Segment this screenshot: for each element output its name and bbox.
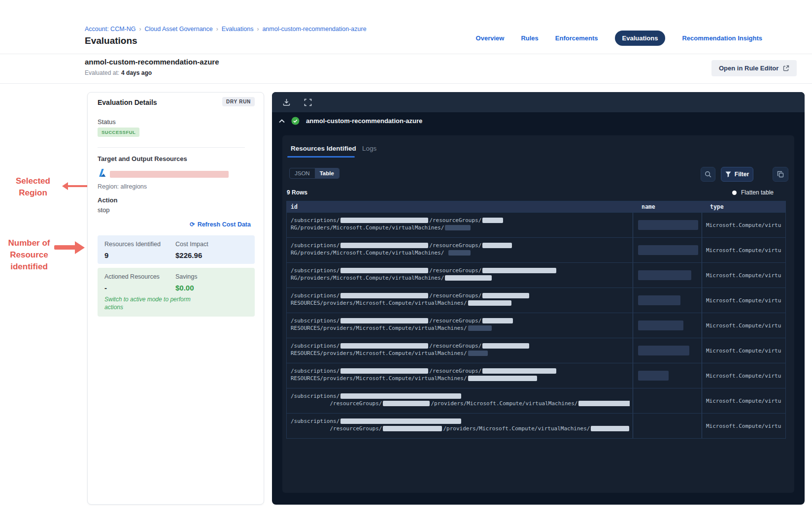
results-panel: anmol-custom-recommendation-azure Resour…: [272, 92, 805, 505]
chevron-up-icon[interactable]: [279, 119, 285, 123]
cell-name: [633, 388, 702, 413]
id-text: RESOURCES/providers/Microsoft.Compute/vi…: [291, 300, 467, 306]
card-title: Evaluation Details: [98, 98, 157, 106]
flatten-table-label: Flatten table: [741, 189, 774, 196]
cell-id: /subscriptions//resourceGroups/RG/provid…: [287, 238, 633, 262]
refresh-cost-data-link[interactable]: ⟳ Refresh Cost Data: [190, 221, 251, 228]
table-row: /subscriptions/ /resourceGroups//provide…: [287, 388, 785, 413]
cell-type: Microsoft.Compute/virtu: [702, 363, 785, 388]
redacted-value: [482, 368, 556, 374]
download-icon[interactable]: [282, 98, 291, 106]
cell-name: [633, 338, 702, 363]
filter-label: Filter: [735, 171, 749, 178]
view-toggle-json[interactable]: JSON: [290, 168, 315, 178]
evaluation-details-card: Evaluation Details DRY RUN Status SUCCES…: [87, 92, 264, 505]
id-line: RESOURCES/providers/Microsoft.Compute/vi…: [291, 324, 630, 332]
id-text: /subscriptions/: [291, 292, 339, 299]
table-row: /subscriptions//resourceGroups/RESOURCES…: [287, 363, 785, 388]
id-line: /subscriptions/: [291, 418, 630, 425]
actioned-metrics-box: Actioned Resources - Savings $0.00 Switc…: [98, 268, 255, 317]
tab-overview[interactable]: Overview: [476, 34, 505, 42]
resources-count-arrow-shaft: [54, 245, 76, 250]
cell-id: /subscriptions//resourceGroups/RG/provid…: [287, 213, 633, 237]
id-text: /resourceGroups/: [429, 318, 481, 324]
tab-logs[interactable]: Logs: [362, 145, 376, 152]
id-text: RESOURCES/providers/Microsoft.Compute/vi…: [291, 325, 467, 331]
action-label: Action: [98, 196, 117, 204]
subheader-divider: [0, 83, 812, 84]
cell-type: Microsoft.Compute/virtu: [702, 313, 785, 338]
redacted-name: [638, 220, 698, 230]
id-text: /resourceGroups/: [429, 292, 481, 299]
tab-rules[interactable]: Rules: [521, 34, 538, 42]
redacted-value: [340, 243, 428, 248]
cell-id: /subscriptions/ /resourceGroups//provide…: [287, 414, 633, 438]
search-button[interactable]: [701, 167, 715, 182]
redacted-value: [340, 343, 428, 349]
redacted-value: [468, 376, 537, 381]
id-text: RG/providers/Microsoft.Compute/virtualMa…: [291, 275, 444, 281]
id-text: /resourceGroups/: [429, 242, 481, 249]
dry-run-badge: DRY RUN: [222, 97, 255, 106]
view-toggle: JSONTable: [289, 168, 339, 179]
subscription-redacted-bar: [110, 171, 229, 178]
viewer-toolbar: [272, 92, 805, 112]
redacted-name: [638, 270, 691, 280]
cell-type: Microsoft.Compute/virtu: [702, 213, 785, 237]
id-line: /subscriptions//resourceGroups/: [291, 367, 630, 375]
flatten-radio-dot[interactable]: [732, 191, 737, 195]
search-icon: [705, 171, 711, 178]
action-value: stop: [98, 206, 110, 214]
redacted-value: [482, 293, 529, 298]
redacted-value: [383, 401, 430, 406]
redacted-value: [383, 426, 442, 431]
cell-type: Microsoft.Compute/virtu: [702, 414, 785, 438]
redacted-value: [340, 393, 461, 399]
view-toggle-table[interactable]: Table: [315, 168, 339, 178]
tab-enforcements[interactable]: Enforcements: [555, 34, 598, 42]
redacted-value: [482, 243, 512, 248]
breadcrumb-link[interactable]: Evaluations: [222, 26, 254, 32]
id-text: /subscriptions/: [291, 393, 339, 399]
id-line: RESOURCES/providers/Microsoft.Compute/vi…: [291, 350, 630, 357]
copy-button[interactable]: [773, 167, 788, 182]
redacted-value: [482, 218, 503, 223]
cell-type: Microsoft.Compute/virtu: [702, 388, 785, 413]
id-text: /resourceGroups/: [429, 368, 481, 374]
savings-label: Savings: [175, 273, 197, 280]
id-text: RESOURCES/providers/Microsoft.Compute/vi…: [291, 350, 467, 356]
id-line: /resourceGroups//providers/Microsoft.Com…: [291, 400, 630, 407]
region-value: Region: allregions: [98, 183, 147, 190]
tab-recommendation-insights[interactable]: Recommendation Insights: [682, 34, 762, 42]
active-tab-underline: [287, 156, 355, 158]
redacted-value: [578, 401, 630, 406]
id-line: /resourceGroups//providers/Microsoft.Com…: [291, 425, 630, 432]
tab-resources-identified[interactable]: Resources Identified: [291, 145, 356, 152]
cost-impact-value: $226.96: [175, 251, 208, 259]
annotation-line: Resource: [2, 249, 56, 261]
redacted-value: [448, 250, 471, 256]
page-title: Evaluations: [85, 35, 137, 46]
table-body: /subscriptions//resourceGroups/RG/provid…: [287, 212, 785, 438]
actioned-resources-value: -: [104, 284, 160, 292]
cell-name: [633, 238, 702, 262]
filter-button[interactable]: Filter: [721, 167, 753, 182]
status-label: Status: [98, 118, 116, 126]
redacted-value: [482, 318, 513, 323]
breadcrumb-link[interactable]: Account: CCM-NG: [85, 26, 136, 32]
result-header-row: anmol-custom-recommendation-azure: [279, 117, 422, 125]
id-text: /subscriptions/: [291, 318, 339, 324]
cell-id: /subscriptions/ /resourceGroups//provide…: [287, 388, 633, 413]
cell-id: /subscriptions//resourceGroups/RESOURCES…: [287, 288, 633, 313]
fullscreen-icon[interactable]: [304, 98, 312, 106]
id-line: RG/providers/Microsoft.Compute/virtualMa…: [291, 249, 630, 257]
cell-name: [633, 414, 702, 438]
breadcrumb-link[interactable]: anmol-custom-recommendation-azure: [262, 26, 366, 32]
open-rule-editor-button[interactable]: Open in Rule Editor: [711, 60, 797, 76]
savings-value: $0.00: [175, 284, 197, 292]
tab-evaluations[interactable]: Evaluations: [615, 31, 666, 46]
redacted-value: [482, 268, 556, 273]
flatten-table-control: Flatten table: [732, 189, 774, 196]
redacted-value: [340, 293, 428, 298]
breadcrumb-link[interactable]: Cloud Asset Governance: [145, 26, 213, 32]
